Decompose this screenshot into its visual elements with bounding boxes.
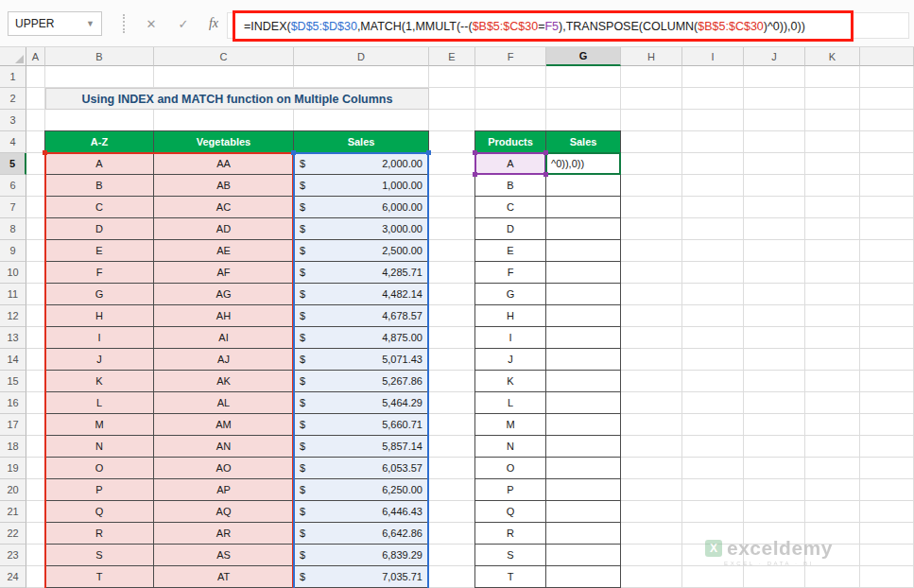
cell-D20[interactable]: $6,250.00 [294,479,429,501]
cell-C21[interactable]: AQ [154,501,294,523]
cell-F20[interactable]: P [475,479,546,501]
row-header-11[interactable]: 11 [0,284,26,305]
cell-G11[interactable] [546,284,621,305]
row-header-19[interactable]: 19 [0,458,26,479]
cell-C5[interactable]: AA [154,153,294,175]
cell-G9[interactable] [546,240,621,262]
row-header-5[interactable]: 5 [0,153,26,175]
cell-F16[interactable]: L [475,392,546,414]
cell-D14[interactable]: $5,071.43 [294,349,429,371]
column-header-B[interactable]: B [45,47,154,66]
row-header-7[interactable]: 7 [0,197,26,218]
cell-F21[interactable]: Q [475,501,546,523]
cell-F15[interactable]: K [475,371,546,392]
table-header-sales[interactable]: Sales [294,131,429,153]
cell-C7[interactable]: AC [154,197,294,218]
cell-B18[interactable]: N [45,436,154,458]
column-header-partial[interactable] [860,47,914,66]
cell-F19[interactable]: O [475,458,546,479]
cell-D9[interactable]: $2,500.00 [294,240,429,262]
cell-D15[interactable]: $5,267.86 [294,371,429,392]
cell-B23[interactable]: S [45,545,154,566]
cell-D13[interactable]: $4,875.00 [294,327,429,349]
cell-F17[interactable]: M [475,414,546,436]
cell-G16[interactable] [546,392,621,414]
cell-C8[interactable]: AD [154,218,294,240]
cell-B24[interactable]: T [45,566,154,588]
row-header-2[interactable]: 2 [0,88,26,110]
cell-G8[interactable] [546,218,621,240]
cell-D16[interactable]: $5,464.29 [294,392,429,414]
cell-B21[interactable]: Q [45,501,154,523]
cell-G17[interactable] [546,414,621,436]
cell-F7[interactable]: C [475,197,546,218]
cell-G12[interactable] [546,305,621,327]
row-header-12[interactable]: 12 [0,305,26,327]
cell-C15[interactable]: AK [154,371,294,392]
cell-G18[interactable] [546,436,621,458]
cell-G21[interactable] [546,501,621,523]
table-header-products[interactable]: Products [475,131,546,153]
cell-F8[interactable]: D [475,218,546,240]
cell-C6[interactable]: AB [154,175,294,197]
cell-D5[interactable]: $2,000.00 [294,153,429,175]
insert-function-icon[interactable]: fx [200,11,227,36]
cell-B17[interactable]: M [45,414,154,436]
cell-B12[interactable]: H [45,305,154,327]
cell-F24[interactable]: T [475,566,546,588]
select-all-corner[interactable] [0,47,26,66]
cell-D12[interactable]: $4,678.57 [294,305,429,327]
cell-B5[interactable]: A [45,153,154,175]
row-header-18[interactable]: 18 [0,436,26,458]
cell-C17[interactable]: AM [154,414,294,436]
cell-G13[interactable] [546,327,621,349]
row-header-24[interactable]: 24 [0,566,26,588]
row-header-17[interactable]: 17 [0,414,26,436]
row-header-4[interactable]: 4 [0,131,26,153]
cell-G6[interactable] [546,175,621,197]
cell-B6[interactable]: B [45,175,154,197]
cell-G22[interactable] [546,523,621,545]
cell-F14[interactable]: J [475,349,546,371]
cell-G24[interactable] [546,566,621,588]
row-header-20[interactable]: 20 [0,479,26,501]
cell-D19[interactable]: $6,053.57 [294,458,429,479]
cell-B16[interactable]: L [45,392,154,414]
cell-F22[interactable]: R [475,523,546,545]
formula-input[interactable]: =INDEX($D$5:$D$30,MATCH(1,MMULT(--($B$5:… [244,20,805,33]
cell-B13[interactable]: I [45,327,154,349]
cell-D7[interactable]: $6,000.00 [294,197,429,218]
cell-G23[interactable] [546,545,621,566]
cell-F5[interactable]: A [475,153,546,175]
column-header-K[interactable]: K [805,47,860,66]
cell-B10[interactable]: F [45,262,154,284]
column-header-G[interactable]: G [546,47,621,66]
active-edit-cell[interactable]: ^0)),0)) [545,152,621,175]
cell-C14[interactable]: AJ [154,349,294,371]
column-header-C[interactable]: C [154,47,294,66]
cell-G10[interactable] [546,262,621,284]
column-header-D[interactable]: D [294,47,429,66]
cell-D6[interactable]: $1,000.00 [294,175,429,197]
cell-G7[interactable] [546,197,621,218]
cell-F9[interactable]: E [475,240,546,262]
name-box[interactable]: UPPER ▼ [8,11,102,36]
table-header-sales[interactable]: Sales [546,131,621,153]
cell-D18[interactable]: $5,857.14 [294,436,429,458]
cell-B22[interactable]: R [45,523,154,545]
cell-F13[interactable]: I [475,327,546,349]
row-header-22[interactable]: 22 [0,523,26,545]
column-header-I[interactable]: I [682,47,744,66]
cell-C24[interactable]: AT [154,566,294,588]
cell-C12[interactable]: AH [154,305,294,327]
cell-B20[interactable]: P [45,479,154,501]
table-header-a-z[interactable]: A-Z [45,131,154,153]
row-header-13[interactable]: 13 [0,327,26,349]
cell-D22[interactable]: $6,642.86 [294,523,429,545]
cell-C10[interactable]: AF [154,262,294,284]
cell-D17[interactable]: $5,660.71 [294,414,429,436]
row-header-9[interactable]: 9 [0,240,26,262]
cell-C11[interactable]: AG [154,284,294,305]
cell-B19[interactable]: O [45,458,154,479]
cell-D21[interactable]: $6,446.43 [294,501,429,523]
